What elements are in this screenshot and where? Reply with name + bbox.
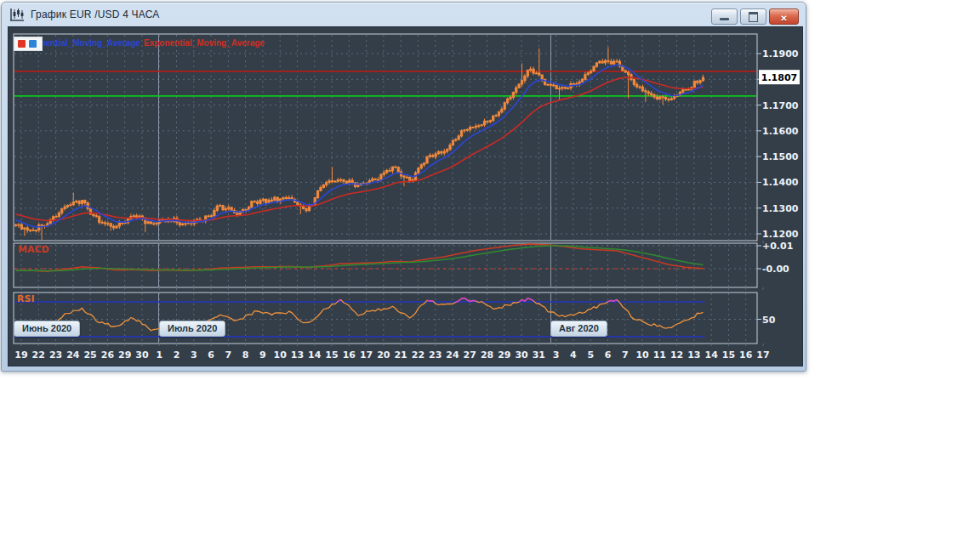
window-controls	[711, 9, 799, 25]
minimize-button[interactable]	[711, 9, 738, 25]
legend-color-chips	[14, 37, 43, 51]
svg-text:3: 3	[191, 349, 197, 361]
restore-icon	[749, 12, 758, 22]
svg-text:1.1600: 1.1600	[762, 126, 799, 137]
svg-text:24: 24	[446, 349, 459, 361]
chart-client-area: MACDRSI1.19001.17001.16001.15001.14001.1…	[8, 26, 803, 366]
svg-text:12: 12	[670, 349, 683, 361]
ema-slow-color-chip	[18, 40, 26, 48]
svg-text:13: 13	[687, 349, 700, 361]
svg-text:28: 28	[481, 349, 493, 361]
svg-text:16: 16	[739, 349, 753, 361]
svg-text:-0.00: -0.00	[762, 264, 789, 275]
svg-text:10: 10	[274, 349, 288, 361]
svg-text:14: 14	[308, 349, 322, 361]
svg-text:50: 50	[762, 315, 776, 326]
month-label-august: Авг 2020	[550, 321, 607, 337]
svg-text:2: 2	[174, 349, 180, 361]
svg-text:1.1807: 1.1807	[761, 72, 797, 83]
svg-text:15: 15	[325, 349, 338, 361]
svg-text:11: 11	[653, 349, 666, 361]
svg-text:21: 21	[394, 349, 407, 361]
svg-text:5: 5	[587, 349, 594, 361]
svg-text:16: 16	[343, 349, 356, 361]
candlesticks	[15, 47, 704, 240]
svg-text:1.1900: 1.1900	[762, 48, 799, 60]
ema-slow-line	[16, 77, 704, 221]
svg-text:1.1700: 1.1700	[762, 100, 799, 111]
svg-text:22: 22	[412, 349, 424, 361]
close-button[interactable]	[769, 9, 799, 25]
svg-text:15: 15	[722, 349, 735, 361]
svg-text:26: 26	[101, 349, 115, 361]
chart-window: График EUR /USD 4 ЧАСА MACDRSI1.19001.17…	[1, 2, 806, 372]
restore-button[interactable]	[740, 9, 766, 25]
month-separators	[159, 35, 551, 343]
ema-fast-line	[16, 65, 704, 227]
month-label-july: Июль 2020	[159, 321, 225, 337]
month-label-june: Июнь 2020	[14, 321, 80, 337]
price-axis: 1.19001.17001.16001.15001.14001.13001.12…	[757, 48, 799, 326]
svg-text:20: 20	[377, 349, 390, 361]
svg-text:30: 30	[515, 349, 528, 361]
svg-text:6: 6	[605, 349, 612, 361]
rsi-overbought-segment	[608, 300, 617, 302]
desktop-background: { "window": { "title": "График EUR /USD …	[0, 0, 980, 551]
svg-text:23: 23	[429, 349, 442, 361]
time-axis: 1922232425262930123678910131415161720212…	[14, 349, 769, 361]
svg-text:17: 17	[756, 349, 769, 361]
svg-text:24: 24	[66, 349, 80, 361]
svg-text:19: 19	[14, 349, 27, 361]
svg-text:23: 23	[49, 349, 62, 361]
ema-fast-color-chip	[29, 40, 37, 48]
chart-canvas[interactable]: MACDRSI1.19001.17001.16001.15001.14001.1…	[9, 27, 802, 366]
svg-text:1.1500: 1.1500	[762, 151, 799, 162]
rsi-overbought-segment	[338, 299, 340, 301]
svg-text:7: 7	[225, 349, 232, 361]
svg-text:1: 1	[156, 349, 162, 361]
svg-text:29: 29	[498, 349, 510, 361]
svg-text:30: 30	[135, 349, 149, 361]
svg-text:7: 7	[622, 349, 629, 361]
svg-text:MACD: MACD	[18, 244, 49, 255]
svg-text:22: 22	[32, 349, 45, 361]
svg-text:1.1300: 1.1300	[762, 203, 799, 214]
svg-text:1.1200: 1.1200	[762, 229, 799, 240]
svg-text:8: 8	[242, 349, 249, 361]
svg-text:13: 13	[291, 349, 304, 361]
close-icon	[780, 9, 787, 25]
svg-text:31: 31	[533, 349, 545, 361]
svg-text:RSI: RSI	[17, 293, 35, 304]
svg-text:27: 27	[464, 349, 476, 361]
svg-text:14: 14	[705, 349, 719, 361]
window-title: График EUR /USD 4 ЧАСА	[31, 9, 160, 20]
ema-slow-legend-label: Exponential_Moving_Average	[144, 38, 265, 48]
window-titlebar[interactable]: График EUR /USD 4 ЧАСА	[2, 3, 806, 26]
svg-text:9: 9	[259, 349, 266, 361]
minimize-icon	[720, 18, 729, 20]
rsi-overbought-segment	[427, 300, 433, 301]
svg-text:3: 3	[553, 349, 560, 361]
svg-text:4: 4	[570, 349, 577, 361]
svg-text:29: 29	[118, 349, 131, 361]
candlestick-chart-icon	[9, 8, 25, 21]
svg-text:+0.01: +0.01	[762, 241, 793, 252]
svg-text:6: 6	[208, 349, 214, 361]
panel-titles: MACDRSI	[17, 244, 49, 304]
current-price-tag: 1.1807	[759, 70, 800, 84]
svg-text:17: 17	[360, 349, 373, 361]
svg-text:10: 10	[635, 349, 649, 361]
svg-text:1.1400: 1.1400	[762, 177, 799, 188]
svg-text:25: 25	[83, 349, 96, 361]
